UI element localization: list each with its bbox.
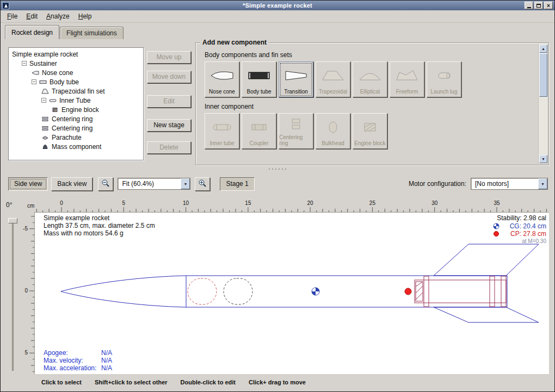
parachute-shape[interactable] [188,278,217,304]
back-view-button[interactable]: Back view [51,177,92,191]
group-title: Add new component [200,39,269,46]
maximize-icon [536,4,541,8]
rocket-mass-text: Mass with no motors 54.6 g [44,229,124,237]
titlebar[interactable]: *Simple example rocket × [1,1,554,10]
tree-item-rocket[interactable]: Simple example rocket [10,49,142,59]
maximize-button[interactable] [534,2,543,9]
scroll-up-icon[interactable]: ▲ [539,45,547,53]
mass-component-shape[interactable] [224,278,252,304]
tree-item-nose-cone[interactable]: Nose cone [10,68,142,77]
minimize-icon [527,7,531,8]
status-hint-shift-click: Shift+click to select other [95,379,168,385]
inner-tube-icon [49,98,57,103]
collapse-icon[interactable]: − [22,61,27,66]
tree-item-fin-set[interactable]: Trapezoidal fin set [10,86,142,96]
tree-item-parachute[interactable]: Parachute [10,133,142,142]
body-tube-icon [39,79,47,85]
rocket-dimensions-text: Length 37.5 cm, max. diameter 2.5 cm [44,222,155,229]
svg-text:30: 30 [431,200,438,206]
menu-help[interactable]: Help [74,11,96,22]
tab-flight-simulations[interactable]: Flight simulations [60,27,124,39]
move-up-button[interactable]: Move up [147,51,191,64]
add-elliptical-fin-button[interactable]: Elliptical [353,61,387,97]
stability-text: Stability: 2.98 cal [497,214,546,222]
tree-item-engine-block[interactable]: Engine block [10,105,142,114]
add-trapezoidal-fin-button[interactable]: Trapezoidal [316,61,350,97]
zoom-select[interactable]: Fit (60.4%) ▼ [118,178,190,190]
mach-text: at M=0.30 [522,238,546,244]
main-tabs: Rocket design Flight simulations [5,25,124,39]
horizontal-ruler: 05101520253035 [34,199,549,212]
cg-marker[interactable] [312,288,319,295]
add-bulkhead-button[interactable]: Bulkhead [316,113,350,149]
tree-item-inner-tube[interactable]: − Inner Tube [10,96,142,105]
fin-lower-shape [434,307,539,322]
cg-legend-icon [494,223,499,229]
add-launch-lug-button[interactable]: Launch lug [427,61,461,97]
split-pane-handle[interactable] [1,167,554,171]
svg-text:0: 0 [60,200,63,206]
menu-file[interactable]: File [3,11,22,22]
add-inner-tube-button[interactable]: Inner tube [205,113,239,149]
add-nose-cone-button[interactable]: Nose cone [205,61,239,97]
motor-configuration-select[interactable]: [No motors] ▼ [471,178,548,190]
bulkhead-icon [321,114,345,140]
max-acceleration-value: N/A [101,364,112,372]
tree-item-centering-ring-1[interactable]: Centering ring [10,114,142,123]
chevron-down-icon[interactable]: ▼ [181,178,190,189]
design-canvas[interactable]: Simple example rocket Length 37.5 cm, ma… [34,212,549,374]
tree-item-sustainer[interactable]: − Sustainer [10,59,142,68]
add-coupler-button[interactable]: Coupler [242,113,276,149]
rotation-slider-handle[interactable] [8,218,17,223]
svg-text:5: 5 [122,200,126,206]
edit-button[interactable]: Edit [147,95,191,108]
chevron-down-icon[interactable]: ▼ [538,178,547,189]
max-acceleration-label: Max. acceleration: [44,364,96,372]
zoom-in-button[interactable] [195,177,210,191]
zoom-out-button[interactable] [98,177,113,191]
delete-button[interactable]: Delete [147,141,191,154]
aft-ring-shape [501,276,506,307]
add-body-tube-button[interactable]: Body tube [242,61,276,97]
add-engine-block-button[interactable]: Engine block [353,113,387,149]
add-component-panel: Add new component Body components and fi… [195,42,549,165]
tree-item-body-tube[interactable]: − Body tube [10,77,142,86]
close-button[interactable]: × [544,2,553,9]
apogee-value: N/A [101,349,112,357]
side-view-button[interactable]: Side view [8,177,48,191]
motor-configuration-label: Motor configuration: [409,180,466,188]
menu-analyze[interactable]: Analyze [42,11,74,22]
minimize-button[interactable] [525,2,533,9]
tree-item-mass-component[interactable]: Mass component [10,142,142,151]
menu-edit[interactable]: Edit [22,11,42,22]
body-tube-shape [186,276,507,307]
status-hint-drag: Click+ drag to move [249,379,306,385]
svg-text:5: 5 [24,350,28,356]
component-scrollbar[interactable]: ▲ ▼ [538,44,547,164]
centering-ring-icon [41,116,49,122]
stage-1-toggle[interactable]: Stage 1 [220,177,254,191]
coupler-icon [247,114,271,140]
menu-bar: File Edit Analyze Help [1,10,554,23]
engine-block-icon [51,107,59,113]
tree-item-centering-ring-2[interactable]: Centering ring [10,123,142,133]
collapse-icon[interactable]: − [41,98,46,103]
scrollbar-thumb[interactable] [539,53,547,97]
collapse-icon[interactable]: − [32,79,36,84]
scroll-down-icon[interactable]: ▼ [539,155,547,163]
rocket-outline[interactable] [61,244,539,322]
body-tube-icon [247,62,271,89]
component-tree[interactable]: Simple example rocket − Sustainer Nose c… [8,47,144,160]
parachute-icon [41,135,49,140]
motor-mount-assembly[interactable] [415,276,506,307]
cp-text: CP: 27.8 cm [510,230,546,238]
add-transition-button[interactable]: Transition [279,61,313,97]
cp-marker[interactable] [405,288,411,295]
move-down-button[interactable]: Move down [147,71,191,83]
tab-rocket-design[interactable]: Rocket design [5,25,59,39]
add-freeform-fin-button[interactable]: Freeform [390,61,424,97]
new-stage-button[interactable]: New stage [147,119,191,132]
max-velocity-value: N/A [101,357,112,364]
add-centering-ring-button[interactable]: Centering ring [279,113,313,149]
rotation-slider-track[interactable] [12,220,14,371]
